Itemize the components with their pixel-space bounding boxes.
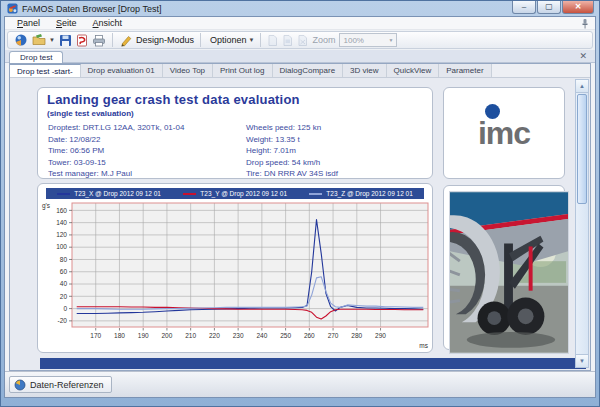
report-page: Landing gear crash test data evaluation … bbox=[10, 78, 590, 370]
toolbar-separator bbox=[200, 33, 201, 47]
subtab-print-out-log[interactable]: Print Out log bbox=[213, 64, 272, 77]
panels-button[interactable] bbox=[12, 32, 30, 48]
report-field: Time: 06:56 PM bbox=[48, 145, 184, 157]
svg-text:100: 100 bbox=[56, 243, 67, 250]
chart-panel: T23_X @ Drop 2012 09 12 01T23_Y @ Drop 2… bbox=[37, 183, 433, 353]
svg-text:270: 270 bbox=[328, 332, 339, 339]
svg-text:280: 280 bbox=[351, 332, 362, 339]
report-field: Test manager: M.J Paul bbox=[48, 168, 184, 180]
options-chevron-icon: ▼ bbox=[249, 37, 255, 43]
menu-bar: PanelSeiteAnsicht bbox=[5, 17, 595, 30]
design-pen-icon bbox=[119, 34, 133, 47]
page-new-button[interactable] bbox=[265, 32, 280, 48]
tab-close-icon[interactable]: ✕ bbox=[579, 51, 587, 62]
options-label: Optionen bbox=[210, 35, 247, 45]
svg-text:190: 190 bbox=[138, 332, 149, 339]
pushpin-icon[interactable] bbox=[581, 18, 589, 29]
title-bar[interactable]: FAMOS Daten Browser [Drop Test] – ▢ ✕ bbox=[1, 1, 599, 16]
page-copy-icon bbox=[282, 34, 293, 47]
legend-item: T23_Z @ Drop 2012 09 12 01 bbox=[309, 190, 412, 197]
svg-text:200: 200 bbox=[162, 332, 173, 339]
scroll-up-icon[interactable]: ▲ bbox=[576, 80, 588, 93]
page-delete-icon bbox=[297, 34, 308, 47]
minimize-button[interactable]: – bbox=[512, 1, 536, 14]
zoom-combobox[interactable]: 100% ▼ bbox=[339, 33, 397, 47]
subtab-video-top[interactable]: Video Top bbox=[163, 64, 213, 77]
print-button[interactable] bbox=[90, 32, 108, 48]
toolbar-separator bbox=[112, 33, 113, 47]
menu-item-ansicht[interactable]: Ansicht bbox=[85, 18, 131, 28]
photo-panel bbox=[443, 185, 565, 350]
page-copy-button[interactable] bbox=[280, 32, 295, 48]
menu-item-seite[interactable]: Seite bbox=[48, 18, 85, 28]
legend-marker bbox=[309, 193, 322, 195]
report-field: Height: 7.01m bbox=[246, 145, 338, 157]
options-button[interactable]: Optionen ▼ bbox=[205, 32, 256, 48]
svg-text:120: 120 bbox=[56, 231, 67, 238]
report-field: Tire: DN RRR AV 34S isdf bbox=[246, 168, 338, 180]
maximize-button[interactable]: ▢ bbox=[537, 1, 561, 14]
svg-text:160: 160 bbox=[56, 207, 67, 214]
svg-text:250: 250 bbox=[280, 332, 291, 339]
svg-text:20: 20 bbox=[60, 293, 68, 300]
acceleration-chart: 170180190200210220230240250260270280290-… bbox=[40, 200, 432, 350]
scroll-down-icon[interactable]: ▼ bbox=[576, 354, 588, 367]
svg-text:140: 140 bbox=[56, 219, 67, 226]
legend-marker bbox=[183, 193, 196, 195]
report-title: Landing gear crash test data evaluation bbox=[47, 92, 300, 107]
open-panel-chevron-icon: ▼ bbox=[49, 37, 55, 43]
subtab-3d-view[interactable]: 3D view bbox=[343, 64, 386, 77]
report-field: Tower: 03-09-15 bbox=[48, 157, 184, 169]
subtab-dialogcompare[interactable]: DialogCompare bbox=[273, 64, 344, 77]
save-button[interactable] bbox=[57, 32, 74, 48]
page-new-icon bbox=[267, 34, 278, 47]
open-panel-button[interactable]: ▼ bbox=[30, 32, 57, 48]
data-references-icon bbox=[14, 379, 26, 391]
data-references-label: Daten-Referenzen bbox=[30, 380, 104, 390]
svg-text:-20: -20 bbox=[58, 317, 68, 324]
design-mode-button[interactable]: Design-Modus bbox=[117, 32, 196, 48]
scrollbar-thumb[interactable] bbox=[577, 94, 587, 204]
svg-text:ms: ms bbox=[419, 342, 428, 349]
app-icon bbox=[7, 3, 18, 14]
legend-label: T23_Z @ Drop 2012 09 12 01 bbox=[326, 190, 412, 197]
page-delete-button[interactable] bbox=[295, 32, 310, 48]
export-button[interactable] bbox=[74, 32, 90, 48]
imc-logo-text: imc bbox=[444, 115, 564, 152]
legend-marker bbox=[57, 193, 70, 195]
svg-text:60: 60 bbox=[60, 268, 68, 275]
panels-icon bbox=[14, 33, 28, 47]
subtab-drop-test-start-[interactable]: Drop test -start- bbox=[10, 64, 81, 77]
svg-text:170: 170 bbox=[90, 332, 101, 339]
legend-label: T23_Y @ Drop 2012 09 12 01 bbox=[200, 190, 287, 197]
zoom-value: 100% bbox=[343, 36, 363, 45]
subtab-parameter[interactable]: Parameter bbox=[439, 64, 491, 77]
svg-text:0: 0 bbox=[63, 305, 67, 312]
logo-panel: imc bbox=[443, 87, 565, 179]
design-mode-label: Design-Modus bbox=[136, 35, 194, 45]
report-fields-left: Droptest: DRT.LG 12AA, 320Tk, 01-04Date:… bbox=[48, 122, 184, 180]
open-panel-icon bbox=[32, 33, 47, 47]
data-references-button[interactable]: Daten-Referenzen bbox=[9, 376, 112, 393]
main-tab-row: Drop test ✕ bbox=[5, 50, 595, 63]
report-fields-right: Wheels peed: 125 knWeight: 13.35 tHeight… bbox=[246, 122, 338, 180]
subtab-quickview[interactable]: QuickView bbox=[387, 64, 440, 77]
tab-drop-test[interactable]: Drop test bbox=[9, 51, 63, 63]
toolbar: ▼ bbox=[5, 30, 595, 50]
print-icon bbox=[92, 34, 106, 47]
svg-text:260: 260 bbox=[304, 332, 315, 339]
svg-text:80: 80 bbox=[60, 256, 68, 263]
report-field: Droptest: DRT.LG 12AA, 320Tk, 01-04 bbox=[48, 122, 184, 134]
report-field: Wheels peed: 125 kn bbox=[246, 122, 338, 134]
content-area: Drop test -start-Drop evaluation 01Video… bbox=[9, 63, 591, 371]
menu-item-panel[interactable]: Panel bbox=[9, 18, 48, 28]
svg-text:40: 40 bbox=[60, 280, 68, 287]
vertical-scrollbar[interactable]: ▲ ▼ bbox=[575, 79, 589, 368]
subtab-row: Drop test -start-Drop evaluation 01Video… bbox=[10, 64, 590, 78]
report-field: Date: 12/08/22 bbox=[48, 134, 184, 146]
svg-text:210: 210 bbox=[185, 332, 196, 339]
status-bar: Daten-Referenzen bbox=[5, 371, 595, 397]
subtab-drop-evaluation-01[interactable]: Drop evaluation 01 bbox=[81, 64, 163, 77]
close-button[interactable]: ✕ bbox=[562, 1, 594, 14]
legend-label: T23_X @ Drop 2012 09 12 01 bbox=[74, 190, 161, 197]
